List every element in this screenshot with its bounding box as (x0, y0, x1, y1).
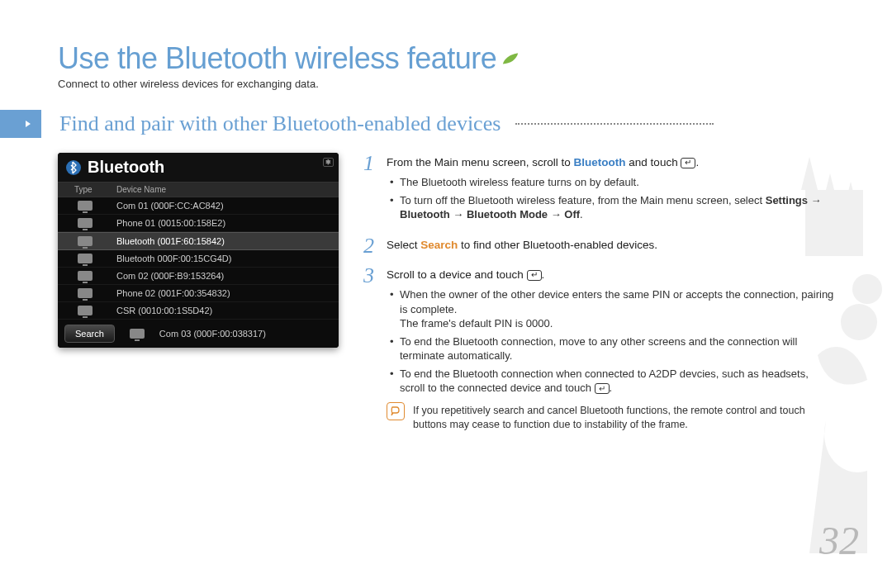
list-item[interactable]: Com 01 (000F:CC:AC842) (58, 197, 339, 215)
screenshot-table-header: Type Device Name (58, 182, 339, 197)
search-button[interactable]: Search (64, 325, 115, 343)
bullet: When the owner of the other device enter… (390, 287, 834, 331)
col-name: Device Name (112, 185, 339, 194)
enter-icon: ↵ (681, 158, 695, 168)
step-1-bullets: The Bluetooth wireless feature turns on … (390, 175, 834, 222)
bullet: The Bluetooth wireless feature turns on … (390, 175, 834, 190)
device-icon (78, 271, 93, 281)
step-number: 2 (363, 235, 378, 257)
kw-search: Search (420, 239, 458, 251)
leaf-icon (501, 51, 520, 66)
page-number: 32 (819, 518, 859, 563)
list-item[interactable]: CSR (0010:00:1S5D42) (58, 302, 339, 320)
title-text: Use the Bluetooth wireless feature (58, 41, 496, 76)
list-item[interactable]: Bluetooth (001F:60:15842) (58, 232, 339, 250)
note: If you repetitively search and cancel Bl… (387, 402, 834, 432)
step-1: 1 From the Main menu screen, scroll to B… (363, 153, 834, 227)
screenshot-footer: Search Com 03 (000F:00:038317) (58, 320, 339, 348)
device-icon (78, 201, 93, 211)
page-title: Use the Bluetooth wireless feature (58, 41, 834, 76)
bluetooth-screenshot: Bluetooth ✱ Type Device Name Com 01 (000… (58, 153, 339, 348)
device-icon (78, 236, 93, 246)
col-type: Type (58, 185, 112, 194)
bluetooth-icon (64, 159, 83, 177)
device-icon (130, 329, 145, 339)
list-item[interactable]: Phone 02 (001F:00:354832) (58, 285, 339, 302)
bt-status-icon: ✱ (323, 158, 334, 167)
list-item[interactable]: Com 02 (000F:B9:153264) (58, 268, 339, 285)
list-item[interactable]: Phone 01 (0015:00:158E2) (58, 215, 339, 232)
device-icon (78, 288, 93, 298)
list-item[interactable]: Bluetooth 000F:00:15CG4D) (58, 250, 339, 268)
step-3: 3 Scroll to a device and touch ↵. When t… (363, 265, 834, 432)
svg-point-3 (841, 304, 877, 340)
section-dots (515, 123, 714, 125)
note-text: If you repetitively search and cancel Bl… (413, 402, 834, 432)
device-icon (78, 218, 93, 228)
step-2: 2 Select Search to find other Bluetooth-… (363, 235, 834, 257)
note-icon (387, 402, 405, 420)
screenshot-title: Bluetooth (88, 158, 164, 177)
step-3-bullets: When the owner of the other device enter… (390, 287, 834, 396)
kw-bluetooth: Bluetooth (574, 156, 626, 168)
screenshot-header: Bluetooth ✱ (58, 153, 339, 182)
device-icon (78, 254, 93, 263)
step-number: 1 (363, 153, 378, 227)
svg-point-2 (852, 274, 882, 304)
footer-extra-device: Com 03 (000F:00:038317) (154, 329, 266, 339)
section-title: Find and pair with other Bluetooth-enabl… (59, 111, 501, 136)
bullet: To turn off the Bluetooth wireless featu… (390, 193, 834, 222)
device-list: Com 01 (000F:CC:AC842) Phone 01 (0015:00… (58, 197, 339, 320)
bullet: To end the Bluetooth connection, move to… (390, 334, 834, 363)
enter-icon: ↵ (595, 383, 610, 394)
section-header: Find and pair with other Bluetooth-enabl… (58, 110, 834, 138)
enter-icon: ↵ (527, 270, 542, 281)
bullet: To end the Bluetooth connection when con… (390, 367, 834, 396)
section-arrow-icon (0, 110, 41, 138)
instructions: 1 From the Main menu screen, scroll to B… (363, 153, 834, 440)
page-subtitle: Connect to other wireless devices for ex… (58, 78, 834, 90)
device-icon (78, 306, 93, 315)
step-number: 3 (363, 265, 378, 432)
